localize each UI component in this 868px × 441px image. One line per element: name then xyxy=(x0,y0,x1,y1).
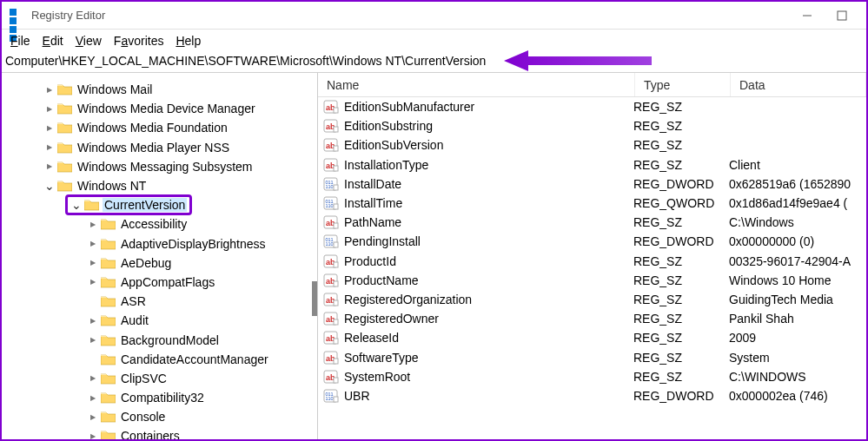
list-pane[interactable]: Name Type Data abEditionSubManufacturerR… xyxy=(318,73,866,441)
expander-icon[interactable]: ▶ xyxy=(43,124,55,132)
list-row[interactable]: abSystemRootREG_SZC:\WINDOWS xyxy=(318,367,866,386)
list-row[interactable]: abRegisteredOwnerREG_SZPankil Shah xyxy=(318,309,866,328)
value-type: REG_DWORD xyxy=(633,177,729,191)
expander-icon[interactable]: ▶ xyxy=(87,432,98,440)
tree-item[interactable]: ▶Accessibility xyxy=(2,214,317,234)
value-data: 0x000002ea (746) xyxy=(729,389,866,403)
tree-item[interactable]: ▶Windows Messaging Subsystem xyxy=(2,157,317,176)
reg-sz-icon: ab xyxy=(323,253,339,269)
folder-icon xyxy=(101,392,116,404)
list-row[interactable]: abSoftwareTypeREG_SZSystem xyxy=(318,347,866,366)
list-row[interactable]: abRegisteredOrganizationREG_SZGuidingTec… xyxy=(318,290,866,309)
value-type: REG_SZ xyxy=(633,254,729,268)
value-type: REG_SZ xyxy=(633,100,729,114)
svg-rect-47 xyxy=(334,359,338,364)
value-name: EditionSubstring xyxy=(344,119,633,133)
list-row[interactable]: 011110UBRREG_DWORD0x000002ea (746) xyxy=(318,386,866,405)
minimize-button[interactable] xyxy=(790,3,825,28)
tree-item[interactable]: ▶Compatibility32 xyxy=(2,388,317,407)
column-header-name[interactable]: Name xyxy=(318,73,635,96)
tree-item[interactable]: ▶Containers xyxy=(2,426,317,441)
tree-item[interactable]: ▶Console xyxy=(2,407,317,426)
list-row[interactable]: 011110PendingInstallREG_DWORD0x00000000 … xyxy=(318,232,866,251)
tree-item[interactable]: ▶AppCompatFlags xyxy=(2,273,317,292)
value-type: REG_SZ xyxy=(633,370,729,384)
expander-icon[interactable]: ▶ xyxy=(87,317,98,325)
expander-icon[interactable]: ▶ xyxy=(87,336,98,344)
tree-item[interactable]: ▶Windows Media Foundation xyxy=(2,118,317,137)
value-name: EditionSubManufacturer xyxy=(344,100,633,114)
list-row[interactable]: abReleaseIdREG_SZ2009 xyxy=(318,328,866,347)
list-row[interactable]: abProductNameREG_SZWindows 10 Home xyxy=(318,271,866,290)
menu-view[interactable]: View xyxy=(76,34,102,48)
list-row[interactable]: abProductIdREG_SZ00325-96017-42904-A xyxy=(318,252,866,271)
list-row[interactable]: abEditionSubstringREG_SZ xyxy=(318,116,866,135)
menu-edit[interactable]: Edit xyxy=(43,34,63,48)
value-name: ProductName xyxy=(344,273,633,287)
address-bar[interactable]: Computer\HKEY_LOCAL_MACHINE\SOFTWARE\Mic… xyxy=(2,52,866,73)
maximize-button[interactable] xyxy=(825,3,859,28)
column-header-type[interactable]: Type xyxy=(635,73,731,96)
reg-sz-icon: ab xyxy=(323,118,339,134)
reg-sz-icon: ab xyxy=(323,330,339,346)
expander-icon[interactable]: ▶ xyxy=(43,162,55,170)
tree-item[interactable]: ▶Audit xyxy=(2,311,317,330)
tree-item[interactable]: ▶AdaptiveDisplayBrightness xyxy=(2,234,317,253)
list-row[interactable]: 011110InstallDateREG_DWORD0x628519a6 (16… xyxy=(318,174,866,194)
tree-item[interactable]: ⌄CurrentVersion xyxy=(2,195,317,214)
tree-item[interactable]: ▶BackgroundModel xyxy=(2,330,317,349)
folder-icon xyxy=(57,83,72,95)
expander-icon[interactable]: ▶ xyxy=(87,413,98,421)
svg-text:110: 110 xyxy=(326,184,334,189)
folder-icon xyxy=(101,430,116,441)
list-row[interactable]: 011110InstallTimeREG_QWORD0x1d86ad14f9e9… xyxy=(318,194,866,213)
folder-icon xyxy=(101,218,116,230)
tree-item[interactable]: ▶AeDebug xyxy=(2,253,317,273)
svg-rect-25 xyxy=(334,223,338,228)
expander-icon[interactable]: ⌄ xyxy=(70,198,82,212)
menu-help[interactable]: Help xyxy=(176,34,201,48)
expander-icon[interactable]: ⌄ xyxy=(43,179,55,193)
tree-item[interactable]: ▶ClipSVC xyxy=(2,369,317,388)
list-row[interactable]: abEditionSubVersionREG_SZ xyxy=(318,135,866,155)
tree-item[interactable]: ▶Windows Media Device Manager xyxy=(2,99,317,118)
expander-icon[interactable]: ▶ xyxy=(43,86,55,94)
value-data: 0x628519a6 (1652890 xyxy=(729,177,866,191)
expander-icon[interactable]: ▶ xyxy=(43,143,55,151)
value-type: REG_DWORD xyxy=(633,234,729,248)
svg-rect-44 xyxy=(334,339,338,344)
splitter-handle[interactable] xyxy=(312,281,317,316)
expander-icon[interactable]: ▶ xyxy=(87,220,98,228)
list-row[interactable]: abEditionSubManufacturerREG_SZ xyxy=(318,97,866,116)
tree-item-label: Accessibility xyxy=(119,217,189,231)
value-type: REG_SZ xyxy=(633,215,729,229)
expander-icon[interactable]: ▶ xyxy=(87,394,98,402)
tree-item[interactable]: ASR xyxy=(2,292,317,311)
expander-icon[interactable]: ▶ xyxy=(87,240,98,247)
tree-item-label: AdaptiveDisplayBrightness xyxy=(119,237,268,251)
tree-item-label: Windows Media Foundation xyxy=(76,121,229,135)
tree-item-label: ClipSVC xyxy=(119,372,169,385)
column-header-data[interactable]: Data xyxy=(731,73,866,96)
value-data: 0x00000000 (0) xyxy=(729,234,866,248)
expander-icon[interactable]: ▶ xyxy=(87,259,98,267)
tree-item[interactable]: ▶Windows Media Player NSS xyxy=(2,138,317,157)
svg-rect-14 xyxy=(334,166,338,171)
tree-pane[interactable]: ▶Windows Mail▶Windows Media Device Manag… xyxy=(2,73,318,441)
tree-item[interactable]: ⌄Windows NT xyxy=(2,176,317,195)
tree-item[interactable]: ▶Windows Mail xyxy=(2,80,317,99)
tree-item-label: Windows Messaging Subsystem xyxy=(76,160,255,174)
expander-icon[interactable]: ▶ xyxy=(87,374,98,382)
tree-item[interactable]: CandidateAccountManager xyxy=(2,350,317,369)
list-row[interactable]: abPathNameREG_SZC:\Windows xyxy=(318,213,866,232)
expander-icon[interactable]: ▶ xyxy=(43,105,55,113)
svg-rect-50 xyxy=(334,378,338,383)
list-row[interactable]: abInstallationTypeREG_SZClient xyxy=(318,155,866,174)
expander-icon[interactable]: ▶ xyxy=(87,278,98,286)
menu-favorites[interactable]: Favorites xyxy=(114,34,164,48)
reg-sz-icon: ab xyxy=(323,214,339,230)
value-type: REG_SZ xyxy=(633,273,729,287)
titlebar: Registry Editor xyxy=(2,2,866,30)
folder-icon xyxy=(101,334,116,346)
menu-file[interactable]: File xyxy=(10,34,30,48)
